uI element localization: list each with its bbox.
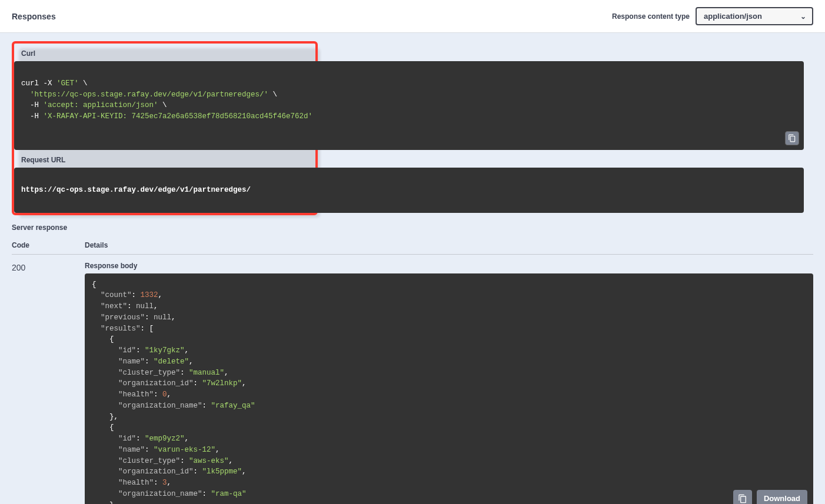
request-url-value: https://qc-ops.stage.rafay.dev/edge/v1/p… [21, 186, 251, 194]
clipboard-icon [738, 494, 747, 503]
curl-line2: 'https://qc-ops.stage.rafay.dev/edge/v1/… [21, 91, 277, 99]
server-response-label: Server response [12, 215, 813, 236]
clipboard-icon [788, 134, 796, 142]
copy-curl-button[interactable] [785, 131, 799, 145]
content-type-group: Response content type application/json ⌄ [612, 7, 813, 25]
responses-header: Responses Response content type applicat… [0, 0, 825, 33]
response-table-header: Code Details [12, 236, 813, 255]
download-button[interactable]: Download [757, 490, 807, 505]
response-body-label: Response body [85, 262, 813, 273]
chevron-down-icon: ⌄ [800, 12, 806, 21]
copy-response-button[interactable] [733, 490, 752, 505]
code-column-header: Code [12, 241, 49, 249]
curl-line3: -H 'accept: application/json' \ [21, 101, 167, 109]
response-body-block[interactable]: { "count": 1332, "next": null, "previous… [85, 273, 813, 505]
responses-title: Responses [12, 12, 56, 21]
content-type-value: application/json [704, 12, 762, 21]
request-url-block: https://qc-ops.stage.rafay.dev/edge/v1/p… [14, 168, 804, 212]
status-code: 200 [12, 262, 49, 272]
curl-label: Curl [20, 44, 310, 61]
content-type-select[interactable]: application/json ⌄ [696, 7, 813, 25]
details-column-header: Details [85, 241, 108, 249]
curl-code-block: curl -X 'GET' \ 'https://qc-ops.stage.ra… [14, 61, 804, 150]
curl-line4: -H 'X-RAFAY-API-KEYID: 7425ec7a2e6a6538e… [21, 112, 312, 121]
curl-highlight-box: Curl curl -X 'GET' \ 'https://qc-ops.sta… [12, 41, 318, 215]
request-url-label: Request URL [20, 150, 310, 168]
response-row-200: 200 Response body { "count": 1332, "next… [12, 255, 813, 505]
curl-line1: curl -X 'GET' \ [21, 79, 88, 88]
content-type-label: Response content type [612, 12, 690, 21]
